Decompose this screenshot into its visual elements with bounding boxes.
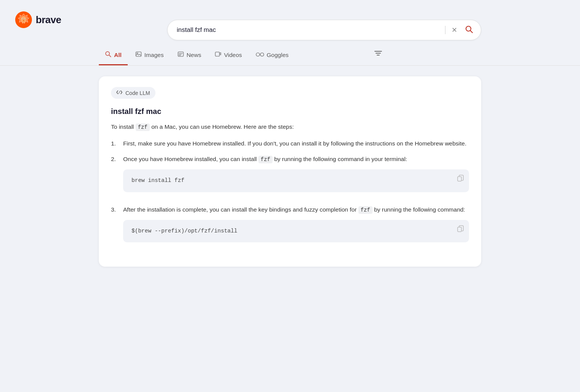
- svg-line-9: [471, 31, 473, 33]
- tab-news-label: News: [187, 52, 201, 58]
- ai-answer-card: Code LLM install fzf mac To install fzf …: [99, 76, 481, 267]
- tab-videos[interactable]: Videos: [209, 47, 248, 65]
- tab-images[interactable]: Images: [129, 47, 170, 65]
- code-block: brew install fzf: [123, 169, 469, 192]
- svg-point-5: [22, 19, 22, 19]
- tab-goggles[interactable]: Goggles: [250, 48, 295, 65]
- copy-icon[interactable]: [457, 175, 464, 185]
- code-llm-badge: Code LLM: [111, 87, 155, 99]
- answer-intro: To install fzf on a Mac, you can use Hom…: [111, 122, 469, 132]
- step-text-after: by running the following command in your…: [274, 156, 407, 162]
- svg-line-25: [119, 91, 120, 94]
- intro-code: fzf: [136, 123, 150, 131]
- step-number: 1.: [111, 138, 119, 149]
- step-content: Once you have Homebrew installed, you ca…: [123, 154, 469, 199]
- videos-tab-icon: [215, 51, 221, 59]
- step-text-before: After the installation is complete, you …: [123, 206, 357, 213]
- search-tab-icon: [105, 51, 111, 59]
- svg-line-11: [109, 55, 111, 57]
- search-bar: install fzf mac ✕: [167, 20, 481, 40]
- svg-rect-26: [458, 177, 461, 181]
- tab-goggles-label: Goggles: [267, 52, 289, 58]
- list-item: 3. After the installation is complete, y…: [111, 204, 469, 250]
- svg-rect-12: [136, 52, 141, 57]
- svg-point-20: [260, 53, 264, 56]
- images-tab-icon: [135, 51, 142, 59]
- svg-point-19: [256, 53, 260, 56]
- logo-area: brave: [15, 11, 76, 28]
- filter-icon[interactable]: [374, 49, 382, 63]
- svg-rect-18: [216, 52, 220, 56]
- step-content: First, make sure you have Homebrew insta…: [123, 138, 469, 149]
- code-block-text: brew install fzf: [132, 177, 184, 183]
- svg-point-7: [23, 20, 24, 21]
- brave-logo-icon: [15, 11, 32, 28]
- list-item: 1. First, make sure you have Homebrew in…: [111, 138, 469, 149]
- search-divider: [445, 26, 445, 34]
- steps-list: 1. First, make sure you have Homebrew in…: [111, 138, 469, 250]
- step-inline-code: fzf: [258, 156, 273, 163]
- step-number: 2.: [111, 154, 119, 164]
- code-icon: [116, 89, 122, 96]
- brand-name: brave: [36, 14, 61, 26]
- svg-rect-27: [458, 227, 461, 232]
- tab-all-label: All: [114, 52, 122, 58]
- tab-news[interactable]: News: [171, 47, 208, 65]
- step-content: After the installation is complete, you …: [123, 204, 469, 250]
- ai-header: Code LLM: [111, 87, 469, 99]
- goggles-tab-icon: [256, 52, 264, 58]
- code-block-text: $(brew --prefix)/opt/fzf/install: [132, 228, 237, 234]
- svg-point-6: [25, 19, 25, 19]
- code-block: $(brew --prefix)/opt/fzf/install: [123, 220, 469, 242]
- news-tab-icon: [177, 51, 184, 59]
- step-inline-code: fzf: [358, 206, 372, 214]
- intro-rest: on a Mac, you can use Homebrew. Here are…: [151, 123, 294, 130]
- copy-icon[interactable]: [457, 225, 464, 236]
- search-submit-icon[interactable]: [463, 24, 475, 36]
- nav-tabs: All Images News: [0, 40, 580, 66]
- step-text-before: Once you have Homebrew installed, you ca…: [123, 156, 257, 162]
- tab-images-label: Images: [144, 52, 164, 58]
- step-number: 3.: [111, 204, 119, 215]
- search-input[interactable]: install fzf mac: [174, 26, 441, 34]
- svg-point-2: [21, 16, 27, 23]
- svg-rect-14: [178, 52, 183, 57]
- main-content: Code LLM install fzf mac To install fzf …: [0, 66, 580, 277]
- tab-videos-label: Videos: [224, 52, 242, 58]
- list-item: 2. Once you have Homebrew installed, you…: [111, 154, 469, 199]
- intro-text: To install: [111, 123, 134, 130]
- step-text-after: by running the following command:: [374, 206, 465, 213]
- code-llm-label: Code LLM: [125, 90, 150, 96]
- clear-icon[interactable]: ✕: [450, 25, 459, 35]
- tab-all[interactable]: All: [99, 47, 128, 65]
- answer-title: install fzf mac: [111, 107, 469, 116]
